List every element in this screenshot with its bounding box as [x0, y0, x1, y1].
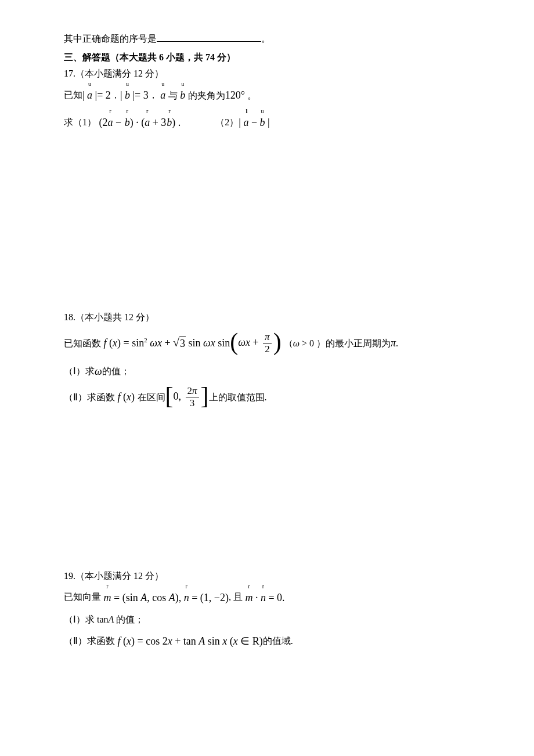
q19-n: n = (1, −2): [181, 589, 229, 606]
q18-given: 已知函数 f (x) = sin2 ωx + √3 sin ωx sin ( ω…: [64, 331, 470, 356]
blank-underline: [157, 32, 261, 42]
q18-pi: π: [391, 335, 396, 351]
workspace-gap-2: [64, 415, 470, 569]
q19-head: 19.（本小题满分 12 分）: [64, 569, 470, 583]
q18-cond: （ω > 0 ）的最小正周期为: [282, 337, 391, 350]
q18-given-prefix: 已知函数: [64, 337, 101, 350]
rparen-icon: ): [273, 331, 282, 353]
q18-part2-label: （Ⅱ）求函数: [64, 390, 115, 404]
q17-a-mag: | a |= 2: [82, 86, 111, 103]
q17-expr1: (2a − b) · (a + 3b) .: [96, 114, 181, 131]
q17-expr2: | a − b |: [239, 114, 269, 131]
q17-head: 17.（本小题满分 12 分）: [64, 67, 470, 81]
q18-head: 18.（本小题共 12 分）: [64, 310, 470, 324]
q19-given-prefix: 已知向量: [64, 590, 101, 604]
top-suffix: 。: [261, 34, 270, 44]
sep: ，: [149, 88, 158, 102]
q17-b-mag: | b |= 3: [120, 86, 149, 103]
problem-18: 18.（本小题共 12 分） 已知函数 f (x) = sin2 ωx + √3…: [64, 310, 470, 410]
q19-part1-text: （Ⅰ）求 tanA 的值；: [64, 613, 144, 627]
lbracket-icon: [: [165, 385, 174, 407]
q17-angle: a 与 b 的夹角为120° 。: [158, 86, 257, 103]
q18-part2: （Ⅱ）求函数 f (x) 在区间 [ 0, 2π3 ] 上的取值范围.: [64, 385, 470, 410]
q18-part2-func: f (x): [115, 389, 138, 405]
rbracket-icon: ]: [201, 385, 209, 407]
sep: ，: [111, 88, 120, 102]
q17-ask2: （2）: [215, 115, 239, 129]
q18-part2-tail: 上的取值范围.: [209, 390, 267, 404]
q19-m: m = (sin A, cos A),: [101, 589, 181, 606]
top-remark: 其中正确命题的序号是。: [64, 32, 470, 46]
q18-func: f (x) = sin2 ωx + √3 sin ωx sin: [101, 335, 230, 351]
q19-part2: （Ⅱ）求函数 f (x) = cos 2x + tan A sin x (x ∈…: [64, 634, 470, 649]
q17-ask: 求（1） (2a − b) · (a + 3b) . （2） | a − b |: [64, 114, 470, 131]
problem-17: 17.（本小题满分 12 分） 已知 | a |= 2 ， | b |= 3 ，…: [64, 67, 470, 131]
q18-interval: 0, 2π3: [174, 385, 201, 410]
q18-inner: ωx + π2: [238, 331, 273, 356]
q18-part1-tail: 的值；: [102, 364, 130, 378]
q19-part1: （Ⅰ）求 tanA 的值；: [64, 613, 470, 627]
section-header: 三、解答题（本大题共 6 小题，共 74 分）: [64, 50, 470, 64]
q17-ask-prefix: 求（1）: [64, 115, 96, 129]
q19-mn: m · n = 0.: [243, 589, 285, 606]
q19-given: 已知向量 m = (sin A, cos A), n = (1, −2) , 且…: [64, 589, 470, 606]
lparen-icon: (: [230, 331, 238, 353]
q19-mid: , 且: [229, 590, 243, 604]
q17-given: 已知 | a |= 2 ， | b |= 3 ， a 与 b 的夹角为120° …: [64, 86, 470, 103]
q17-given-prefix: 已知: [64, 88, 82, 102]
q19-part2-func: f (x) = cos 2x + tan A sin x (x ∈ R): [115, 634, 263, 649]
q19-part2-prefix: （Ⅱ）求函数: [64, 634, 115, 648]
q18-part1: （Ⅰ）求 ω 的值；: [64, 364, 470, 379]
q19-part2-tail: 的值域.: [263, 634, 293, 648]
q18-omega: ω: [95, 364, 102, 379]
workspace-gap: [64, 136, 470, 310]
q18-period: .: [396, 337, 398, 350]
q18-part2-mid: 在区间: [138, 390, 165, 404]
q18-part1-label: （Ⅰ）求: [64, 364, 95, 378]
top-text: 其中正确命题的序号是: [64, 34, 157, 44]
problem-19: 19.（本小题满分 12 分） 已知向量 m = (sin A, cos A),…: [64, 569, 470, 649]
